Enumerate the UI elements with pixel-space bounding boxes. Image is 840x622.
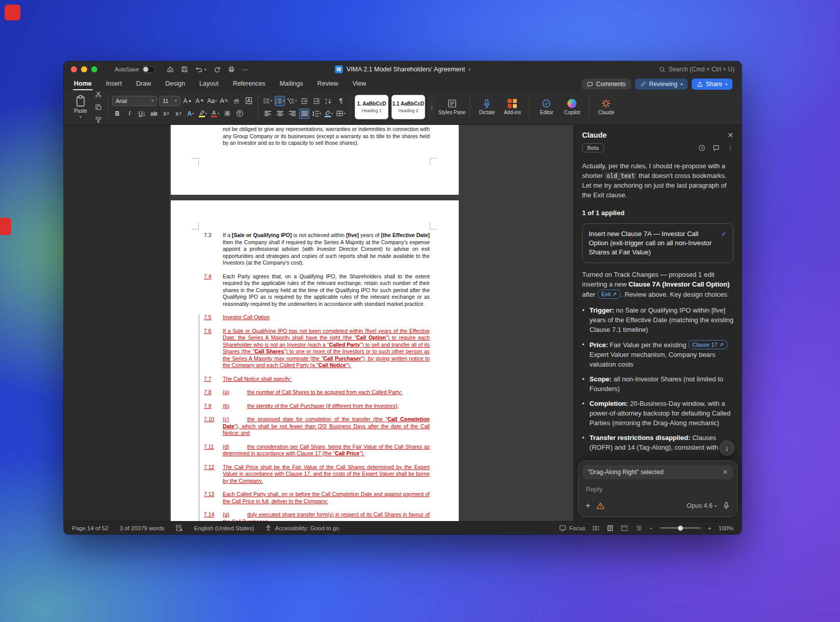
font-size-select[interactable]: 11▾ [159,96,180,106]
styles-gallery-more-button[interactable]: › [428,95,435,119]
share-button[interactable]: Share▾ [692,79,732,90]
show-formatting-marks-button[interactable]: ¶ [336,96,346,106]
accessibility-status[interactable]: Accessibility: Good to go [265,525,339,531]
align-right-button[interactable] [287,109,297,119]
paste-button[interactable]: Paste▾ [69,95,92,119]
dictate-button[interactable]: Dictate [474,99,500,116]
zoom-out-button[interactable]: − [649,525,653,531]
editor-button[interactable]: Editor [534,99,559,116]
tab-layout[interactable]: Layout [198,79,220,90]
font-color-button[interactable]: A▾ [210,109,220,119]
style-heading1-card[interactable]: 1. AaBbCcD Heading 1 [355,95,388,119]
character-border-button[interactable]: A [244,96,254,106]
borders-button[interactable]: ▾ [336,109,346,119]
bullets-button[interactable]: ▾ [262,96,273,106]
decrease-indent-button[interactable] [299,96,309,106]
clear-selection-icon[interactable]: ✕ [723,469,728,476]
superscript-button[interactable]: x2 [173,109,183,119]
tab-references[interactable]: References [232,79,267,90]
close-window-button[interactable] [71,66,77,72]
view-print-layout-icon[interactable] [607,525,614,531]
new-chat-icon[interactable] [713,144,720,151]
text-effects-button[interactable]: A▾ [186,109,196,119]
autosave-toggle[interactable] [142,66,155,73]
tab-design[interactable]: Design [164,79,186,90]
zoom-window-button[interactable] [91,66,97,72]
clear-formatting-button[interactable]: A✎ [219,96,229,106]
line-spacing-button[interactable]: ▾ [311,109,322,119]
reply-composer[interactable]: "Drag-Along Right" selected ✕ Reply + Op… [578,460,738,517]
language-indicator[interactable]: English (United States) [194,525,254,531]
print-icon[interactable] [228,66,235,73]
justify-button[interactable] [299,109,309,119]
enclose-characters-button[interactable]: 字 [234,109,245,119]
sort-button[interactable]: AZ [324,96,334,106]
attach-button[interactable]: + [586,501,590,510]
highlight-color-button[interactable]: ▾ [198,109,208,119]
more-icon[interactable]: ⋯ [242,65,250,73]
window-title-group[interactable]: W VIMA 2.1 Model Shareholders' Agreement… [335,65,470,73]
page-14[interactable]: 7.3If a [Sale or Qualifying IPO] is not … [171,200,459,521]
zoom-level[interactable]: 100% [719,525,733,531]
view-read-icon[interactable] [592,525,599,531]
page-indicator[interactable]: Page 14 of 52 [72,525,109,531]
scroll-to-bottom-button[interactable]: ↓ [719,440,734,456]
change-case-button[interactable]: Aa▾ [207,96,217,106]
reviewing-dropdown[interactable]: Reviewing▾ [635,79,688,90]
close-panel-icon[interactable]: ✕ [727,131,733,139]
history-icon[interactable] [698,144,705,151]
font-name-select[interactable]: Arial▾ [112,96,157,106]
copy-button[interactable] [93,102,103,112]
edit-card[interactable]: Insert new Clause 7A — Investor Call Opt… [582,223,733,264]
redo-icon[interactable] [214,66,221,73]
view-outline-icon[interactable] [635,525,642,531]
voice-input-icon[interactable] [723,502,730,510]
home-icon[interactable] [167,66,174,73]
search-field[interactable]: Search (Cmd + Ctrl + U) [659,66,734,73]
kebab-menu-icon[interactable]: ⋮ [727,144,733,152]
link-chip[interactable]: Clause 17 ↗ [689,340,727,349]
styles-pane-button[interactable]: Styles Pane [438,99,465,116]
phonetic-guide-button[interactable]: ab [231,96,242,106]
claude-ribbon-button[interactable]: Claude [593,99,619,116]
tab-draw[interactable]: Draw [135,79,152,90]
copilot-button[interactable]: Copilot [559,99,585,116]
model-selector[interactable]: Opus 4.6▾ [687,502,717,509]
shrink-font-button[interactable]: A▼ [195,96,205,106]
cut-button[interactable] [93,89,103,99]
shading-button[interactable]: ▾ [324,109,334,119]
view-web-layout-icon[interactable] [621,525,628,531]
proofing-errors-icon[interactable] [176,525,183,531]
subscript-button[interactable]: x2 [161,109,171,119]
bold-button[interactable]: B [112,109,122,119]
minimize-window-button[interactable] [81,66,87,72]
warning-icon[interactable] [596,502,605,509]
character-shading-button[interactable]: A [222,109,232,119]
style-heading2-card[interactable]: 1.1 AaBbCcD Heading 2 [391,95,425,119]
page-13-fragment[interactable]: not be obliged to give any representatio… [171,125,459,195]
tab-review[interactable]: Review [316,79,339,90]
link-chip[interactable]: Exit ↗ [598,290,621,299]
italic-button[interactable]: I [124,109,135,119]
increase-indent-button[interactable] [311,96,322,106]
underline-button[interactable]: U▾ [137,109,147,119]
document-canvas[interactable]: not be obliged to give any representatio… [64,125,573,521]
tab-insert[interactable]: Insert [105,79,123,90]
align-center-button[interactable] [275,109,285,119]
tab-view[interactable]: View [351,79,367,90]
zoom-slider-knob[interactable] [678,526,683,531]
reply-input[interactable]: Reply [583,479,733,494]
strikethrough-button[interactable]: ab [149,109,159,119]
format-painter-button[interactable] [93,115,103,125]
undo-icon[interactable]: ▾ [195,66,206,73]
zoom-in-button[interactable]: + [708,525,712,531]
save-icon[interactable] [181,66,188,73]
comments-button[interactable]: Comments [582,79,631,90]
addins-button[interactable]: Add-ins [500,99,525,116]
zoom-slider[interactable] [660,527,701,529]
align-left-button[interactable] [262,109,273,119]
grow-font-button[interactable]: A▲ [182,96,193,106]
word-count[interactable]: 3 of 20379 words [120,525,165,531]
focus-mode-button[interactable]: Focus [559,525,585,531]
multilevel-list-button[interactable]: ▾ [287,96,297,106]
